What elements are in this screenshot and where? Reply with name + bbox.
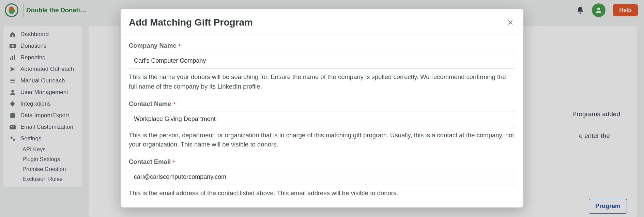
contact-name-help: This is the person, department, or organ… <box>129 130 515 150</box>
contact-email-help: This is the email address of the contact… <box>129 188 515 198</box>
contact-email-group: Contact Email * This is the email addres… <box>129 158 515 198</box>
label-text: Contact Name <box>129 100 171 108</box>
required-asterisk: * <box>173 159 175 165</box>
required-asterisk: * <box>179 43 181 49</box>
contact-name-input[interactable] <box>129 111 515 127</box>
contact-email-input[interactable] <box>129 169 515 185</box>
company-name-input[interactable] <box>129 53 515 69</box>
contact-email-label: Contact Email * <box>129 158 175 166</box>
close-icon <box>507 19 514 26</box>
add-matching-gift-program-modal: Add Matching Gift Program Company Name *… <box>121 9 523 207</box>
label-text: Company Name <box>129 42 177 49</box>
company-name-group: Company Name * This is the name your don… <box>129 42 515 91</box>
label-text: Contact Email <box>129 158 171 166</box>
modal-title: Add Matching Gift Program <box>129 17 253 28</box>
company-name-label: Company Name * <box>129 42 181 49</box>
required-asterisk: * <box>173 101 175 107</box>
contact-name-label: Contact Name * <box>129 100 175 108</box>
modal-header: Add Matching Gift Program <box>121 9 523 34</box>
close-button[interactable] <box>506 18 515 27</box>
modal-body: Company Name * This is the name your don… <box>121 34 523 207</box>
contact-name-group: Contact Name * This is the person, depar… <box>129 100 515 150</box>
company-name-help: This is the name your donors will be sea… <box>129 72 515 91</box>
